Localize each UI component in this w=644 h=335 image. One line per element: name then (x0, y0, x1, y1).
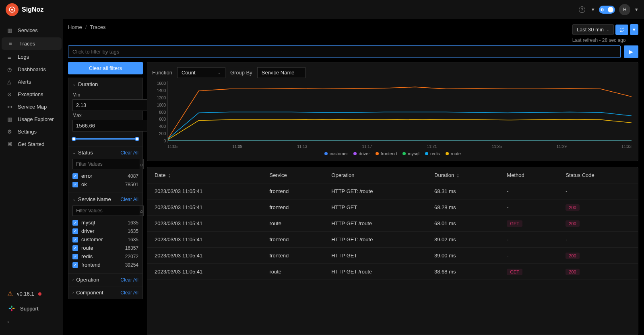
chevron-down-icon: ⌄ (72, 197, 76, 201)
column-date[interactable]: Date▲▼ (147, 167, 262, 183)
gear-icon: ⚙ (7, 129, 14, 135)
brand-name: SigNoz (22, 6, 43, 13)
theme-toggle[interactable]: ◐ (599, 6, 615, 14)
table-row[interactable]: 2023/03/03 11:05:41routeHTTP GET /route3… (147, 264, 638, 280)
slack-icon (7, 304, 16, 313)
traces-table: Date▲▼ServiceOperationDuration▲▼MethodSt… (147, 167, 638, 335)
legend-swatch-icon (353, 152, 357, 155)
table-row[interactable]: 2023/03/03 11:05:41frontendHTTP GET39.00… (147, 248, 638, 264)
groupby-select[interactable]: Service Name (257, 67, 305, 78)
legend-item-customer[interactable]: customer (324, 151, 348, 156)
svg-rect-6 (11, 306, 12, 308)
service-option-redis[interactable]: ✓redis22072 (72, 252, 138, 261)
logo[interactable]: SigNoz (6, 3, 43, 16)
sidebar-item-traces[interactable]: ≡Traces (2, 37, 62, 50)
lines-icon: ≣ (7, 54, 14, 60)
component-section-toggle[interactable]: › Component Clear All (68, 286, 142, 299)
column-operation: Operation (324, 167, 427, 183)
time-range-select[interactable]: Last 30 min ⌄ (572, 24, 614, 35)
status-search-button[interactable]: ⌕ (140, 159, 144, 169)
duration-section-toggle[interactable]: ⌄ Duration (68, 78, 142, 90)
search-icon: ⌕ (140, 161, 143, 167)
tag-filter-input[interactable] (68, 45, 621, 58)
checkbox-icon: ✓ (72, 254, 78, 259)
chevron-right-icon: › (72, 290, 74, 295)
duration-max-input[interactable] (72, 120, 147, 132)
gauge-icon: ◷ (7, 66, 14, 72)
avatar[interactable]: H (619, 4, 630, 15)
table-row[interactable]: 2023/03/03 11:05:41routeHTTP GET /route6… (147, 216, 638, 232)
sidebar: ▥Services≡Traces≣Logs◷Dashboards△Alerts⊘… (0, 19, 63, 335)
duration-min-input[interactable] (72, 99, 147, 111)
service-section-toggle[interactable]: ⌄ Service Name Clear All (68, 193, 142, 206)
last-refresh-text: Last refresh - 28 sec ago (572, 37, 626, 43)
sidebar-item-settings[interactable]: ⚙Settings (0, 125, 63, 138)
clear-operation-link[interactable]: Clear All (120, 277, 138, 283)
service-option-customer[interactable]: ✓customer1635 (72, 235, 138, 244)
svg-rect-4 (9, 308, 11, 309)
svg-rect-5 (12, 308, 15, 309)
sidebar-item-get-started[interactable]: ⌘Get Started (0, 138, 63, 150)
checkbox-icon: ✓ (72, 182, 78, 187)
status-option-ok[interactable]: ✓ok78501 (72, 180, 138, 189)
operation-section-toggle[interactable]: › Operation Clear All (68, 273, 142, 286)
svg-text:?: ? (581, 7, 583, 12)
sidebar-item-dashboards[interactable]: ◷Dashboards (0, 63, 63, 76)
clear-component-link[interactable]: Clear All (120, 290, 138, 296)
chevron-down-icon: ⌄ (72, 82, 76, 86)
help-icon[interactable]: ? (577, 5, 587, 14)
legend-item-mysql[interactable]: mysql (402, 151, 419, 156)
checkbox-icon: ✓ (72, 228, 78, 234)
clear-all-filters-button[interactable]: Clear all filters (68, 62, 143, 74)
support-row[interactable]: Support (0, 301, 63, 316)
service-option-frontend[interactable]: ✓frontend39254 (72, 261, 138, 269)
clear-service-link[interactable]: Clear All (120, 197, 138, 202)
version-row[interactable]: ⚠ v0.16.1 (0, 287, 63, 301)
sidebar-item-alerts[interactable]: △Alerts (0, 76, 63, 88)
legend-item-route[interactable]: route (446, 151, 461, 156)
legend-item-frontend[interactable]: frontend (376, 151, 397, 156)
status-option-error[interactable]: ✓error4087 (72, 172, 138, 180)
status-section-toggle[interactable]: ⌄ Status Clear All (68, 146, 142, 159)
chevron-down-icon: ⌄ (72, 150, 76, 155)
function-select[interactable]: Count ⌄ (177, 67, 225, 78)
sidebar-item-service-map[interactable]: ⊶Service Map (0, 101, 63, 113)
sidebar-item-label: Traces (19, 41, 35, 47)
service-option-mysql[interactable]: ✓mysql1635 (72, 218, 138, 227)
warning-icon: ⚠ (7, 290, 13, 298)
service-option-driver[interactable]: ✓driver1635 (72, 227, 138, 235)
collapse-sidebar-button[interactable]: ‹ (0, 316, 63, 327)
checkbox-icon: ✓ (72, 262, 78, 268)
service-option-route[interactable]: ✓route16357 (72, 244, 138, 252)
sidebar-item-label: Service Map (18, 104, 47, 110)
legend-item-driver[interactable]: driver (353, 151, 370, 156)
sidebar-item-logs[interactable]: ≣Logs (0, 51, 63, 63)
service-search-button[interactable]: ⌕ (140, 206, 144, 216)
sidebar-item-exceptions[interactable]: ⊘Exceptions (0, 88, 63, 101)
breadcrumb-home[interactable]: Home (68, 24, 82, 30)
legend-swatch-icon (324, 152, 328, 155)
sidebar-item-label: Usage Explorer (18, 116, 54, 122)
legend-item-redis[interactable]: redis (425, 151, 440, 156)
service-filter-input[interactable] (72, 206, 140, 216)
chevron-left-icon: ‹ (7, 319, 9, 325)
filters-panel: Clear all filters ⌄ Duration Min ms Max (68, 62, 143, 335)
duration-slider[interactable] (72, 136, 138, 142)
sidebar-item-services[interactable]: ▥Services (0, 24, 63, 37)
refresh-options-button[interactable]: ▾ (630, 24, 638, 35)
chevron-down-icon[interactable]: ▾ (591, 5, 595, 14)
refresh-button[interactable] (615, 25, 628, 35)
chevron-down-icon[interactable]: ▾ (634, 5, 638, 14)
refresh-icon (619, 27, 625, 33)
clear-status-link[interactable]: Clear All (120, 150, 138, 156)
run-query-button[interactable]: ▶ (624, 45, 638, 58)
table-row[interactable]: 2023/03/03 11:05:41frontendHTTP GET: /ro… (147, 183, 638, 199)
table-row[interactable]: 2023/03/03 11:05:41frontendHTTP GET68.28… (147, 199, 638, 216)
sidebar-item-usage-explorer[interactable]: ▥Usage Explorer (0, 113, 63, 125)
table-row[interactable]: 2023/03/03 11:05:41frontendHTTP GET: /ro… (147, 232, 638, 248)
column-duration[interactable]: Duration▲▼ (427, 167, 500, 183)
chevron-down-icon: ⌄ (218, 71, 221, 75)
moon-icon: ◐ (601, 7, 604, 12)
status-filter-input[interactable] (72, 159, 140, 169)
app-header: SigNoz ? ▾ ◐ H ▾ (0, 0, 644, 19)
